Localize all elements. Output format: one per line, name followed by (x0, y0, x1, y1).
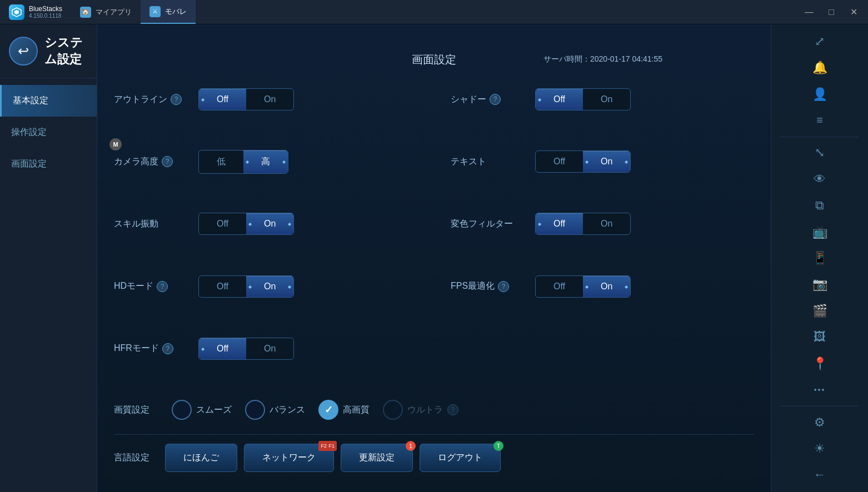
maximize-button[interactable]: □ (821, 2, 841, 22)
camera-help-icon[interactable]: ? (162, 156, 173, 167)
bs-version: 4.150.0.1118 (29, 13, 62, 19)
sidebar-item-screen[interactable]: 画面設定 (0, 148, 97, 180)
expand-icon[interactable]: ⤢ (806, 29, 833, 54)
logout-label: ログアウト (438, 453, 482, 462)
hd-on-button[interactable]: On (246, 276, 293, 297)
hfr-off-button[interactable]: Off (199, 338, 246, 359)
camera-label: カメラ高度 ? (114, 156, 192, 168)
server-time-label: サーバ時間：2020-01-17 04:41:55 (543, 54, 662, 63)
fps-off-button[interactable]: Off (536, 276, 583, 297)
smooth-radio[interactable] (172, 400, 192, 420)
more-icon[interactable]: ••• (806, 377, 833, 402)
color-filter-off-button[interactable]: Off (536, 213, 583, 234)
text-label: テキスト (451, 156, 528, 168)
video-icon[interactable]: 🎬 (806, 298, 833, 323)
m-badge: M (109, 138, 122, 150)
fps-on-button[interactable]: On (583, 276, 630, 297)
bs-name-block: BlueStacks 4.150.0.1118 (29, 5, 62, 19)
fps-help-icon[interactable]: ? (498, 281, 509, 292)
setting-row-empty (451, 330, 754, 368)
titlebar-right: — □ ✕ (799, 2, 868, 22)
sidebar-item-operation[interactable]: 操作設定 (0, 117, 97, 148)
network-button[interactable]: ネットワーク F1 F2 (244, 444, 334, 472)
hd-toggle: Off On (198, 275, 294, 298)
outline-label: アウトライン ? (114, 94, 192, 106)
outline-off-button[interactable]: Off (199, 89, 246, 110)
bluestacks-tab[interactable]: BlueStacks 4.150.0.1118 (0, 0, 71, 24)
mobile-icon: ⚔ (149, 6, 161, 17)
settings-icon[interactable]: ⚙ (806, 410, 833, 435)
bell-icon[interactable]: 🔔 (806, 55, 833, 80)
outline-on-button[interactable]: On (246, 89, 293, 110)
outline-toggle: Off On (198, 88, 294, 111)
hfr-help-icon[interactable]: ? (162, 343, 173, 354)
shadow-off-button[interactable]: Off (536, 89, 583, 110)
fullscreen-icon[interactable]: ⤡ (806, 140, 833, 165)
myapp-tab[interactable]: 🏠 マイアプリ (71, 0, 141, 24)
back-icon: ↩ (18, 43, 29, 59)
color-filter-toggle: Off On (535, 213, 631, 235)
quality-option-smooth[interactable]: スムーズ (172, 400, 232, 420)
bs-app-name: BlueStacks (29, 5, 62, 13)
setting-row-shadow: シャドー ? Off On (451, 81, 754, 118)
phone-icon[interactable]: 📱 (806, 245, 833, 270)
outline-help-icon[interactable]: ? (171, 94, 182, 105)
color-filter-on-button[interactable]: On (583, 213, 630, 234)
page-title-area: システム設定 (44, 34, 88, 68)
image-icon[interactable]: 🖼 (806, 325, 833, 350)
hd-help-icon[interactable]: ? (157, 281, 168, 292)
hfr-on-button[interactable]: On (246, 338, 293, 359)
logout-button[interactable]: ログアウト T (420, 444, 501, 472)
shadow-label: シャドー ? (451, 94, 528, 106)
copy-icon[interactable]: ⧉ (806, 193, 833, 218)
color-filter-label: 変色フィルター (451, 218, 528, 230)
setting-row-hfr: HFRモード ? Off On (114, 330, 417, 368)
back-arrow-icon[interactable]: ← (806, 463, 833, 488)
content-inner: 画面設定 アウトライン ? Off On (97, 24, 771, 492)
hamburger-menu-icon[interactable]: ≡ (806, 108, 833, 133)
quality-option-balance[interactable]: バランス (245, 400, 305, 420)
titlebar: BlueStacks 4.150.0.1118 🏠 マイアプリ ⚔ モバレ — … (0, 0, 868, 24)
camera-high-button[interactable]: 高 (243, 150, 288, 173)
main-container: ↩ システム設定 基本設定 操作設定 画面設定 サーバ時間：2020-01-17… (0, 24, 868, 492)
setting-row-fps: FPS最適化 ? Off On (451, 268, 754, 305)
content-area: サーバ時間：2020-01-17 04:41:55 画面設定 アウトライン ? … (97, 24, 771, 492)
shadow-on-button[interactable]: On (583, 89, 630, 110)
account-icon[interactable]: 👤 (806, 82, 833, 107)
balance-radio[interactable] (245, 400, 265, 420)
mobile-label: モバレ (165, 7, 187, 17)
sidebar-item-basic[interactable]: 基本設定 (0, 85, 97, 117)
brightness-icon[interactable]: ☀ (806, 436, 833, 461)
skill-off-button[interactable]: Off (199, 213, 246, 234)
page-title: システム設定 (44, 34, 88, 68)
camera-icon[interactable]: 📷 (806, 272, 833, 297)
camera-low-button[interactable]: 低 (199, 150, 243, 173)
shadow-help-icon[interactable]: ? (490, 94, 501, 105)
eye-icon[interactable]: 👁 (806, 167, 833, 192)
sidebar-label-basic: 基本設定 (13, 96, 48, 105)
hfr-toggle: Off On (198, 338, 294, 360)
minimize-button[interactable]: — (799, 2, 819, 22)
update-button[interactable]: 更新設定 1 (341, 444, 413, 472)
skill-on-button[interactable]: On (246, 213, 293, 234)
tv-icon[interactable]: 📺 (806, 219, 833, 244)
divider-1 (781, 137, 858, 137)
quality-option-high[interactable]: 高画質 (318, 400, 370, 420)
bluestacks-logo (9, 4, 24, 20)
text-on-button[interactable]: On (583, 151, 630, 172)
language-button[interactable]: にほんご (165, 444, 237, 472)
fps-toggle: Off On (535, 275, 631, 298)
titlebar-left: BlueStacks 4.150.0.1118 🏠 マイアプリ ⚔ モバレ (0, 0, 196, 24)
setting-row-hd: HDモード ? Off On (114, 268, 417, 305)
high-radio[interactable] (318, 400, 338, 420)
text-off-button[interactable]: Off (536, 151, 583, 172)
update-badge: 1 (406, 441, 416, 451)
close-button[interactable]: ✕ (844, 2, 864, 22)
mobile-tab[interactable]: ⚔ モバレ (141, 0, 196, 24)
hd-off-button[interactable]: Off (199, 276, 246, 297)
divider-2 (781, 406, 858, 406)
pin-icon[interactable]: 📍 (806, 351, 833, 376)
ultra-help-icon: ? (447, 404, 458, 415)
network-label: ネットワーク (262, 453, 316, 462)
back-button[interactable]: ↩ (9, 37, 38, 66)
